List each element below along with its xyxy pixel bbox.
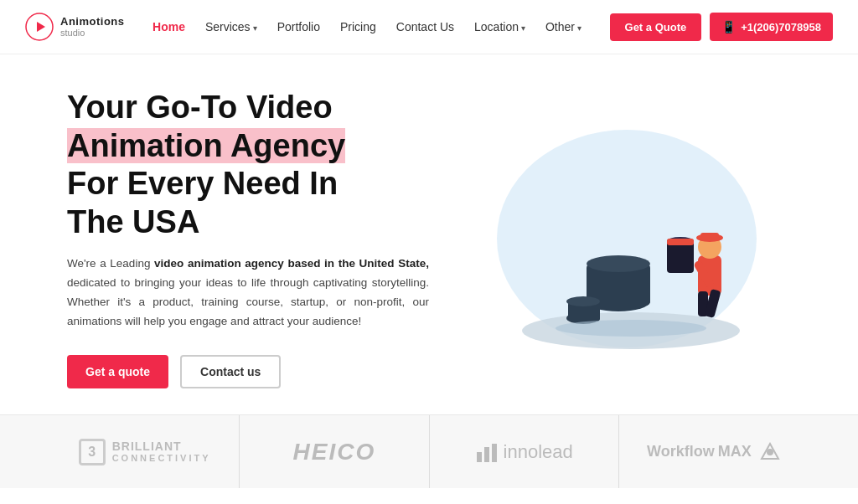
hero-description: We're a Leading video animation agency b… bbox=[67, 255, 429, 332]
brand-innolead: innolead bbox=[430, 415, 619, 488]
nav-item-services[interactable]: Services▾ bbox=[205, 19, 257, 34]
hero-title: Your Go-To Video Animation Agency For Ev… bbox=[67, 89, 429, 241]
hero-title-line3: For Every Need In bbox=[67, 166, 338, 201]
chevron-down-icon: ▾ bbox=[253, 23, 257, 33]
get-quote-button[interactable]: Get a Quote bbox=[610, 13, 702, 41]
nav-link-services[interactable]: Services bbox=[205, 20, 251, 33]
svg-rect-16 bbox=[700, 233, 719, 241]
nav-item-contact[interactable]: Contact Us bbox=[396, 19, 454, 34]
logo-icon bbox=[25, 13, 54, 41]
hero-title-line4: The USA bbox=[67, 204, 199, 239]
hero-desc-bold: video animation agency based in the Unit… bbox=[154, 257, 429, 270]
hero-content: Your Go-To Video Animation Agency For Ev… bbox=[67, 89, 429, 388]
svg-rect-23 bbox=[492, 444, 497, 462]
hero-contact-button[interactable]: Contact us bbox=[180, 355, 281, 388]
svg-rect-22 bbox=[484, 447, 489, 462]
brand-brilliant-connectivity: 3 BRILLIANT CONNECTIVITY bbox=[50, 415, 240, 488]
nav-link-other[interactable]: Other bbox=[545, 20, 575, 33]
nav-actions: Get a Quote 📱 +1(206)7078958 bbox=[610, 13, 833, 41]
brand-heico-text: HEICO bbox=[293, 439, 376, 465]
svg-point-10 bbox=[556, 320, 706, 337]
phone-button[interactable]: 📱 +1(206)7078958 bbox=[710, 13, 833, 41]
nav-links: Home Services▾ Portfolio Pricing Contact… bbox=[152, 19, 581, 34]
nav-link-location[interactable]: Location bbox=[474, 20, 519, 33]
hero-get-quote-button[interactable]: Get a quote bbox=[67, 355, 168, 388]
nav-item-portfolio[interactable]: Portfolio bbox=[277, 19, 320, 34]
nav-link-contact[interactable]: Contact Us bbox=[396, 20, 454, 33]
hero-title-line2: Animation Agency bbox=[67, 128, 345, 163]
svg-marker-1 bbox=[37, 22, 45, 32]
nav-item-pricing[interactable]: Pricing bbox=[340, 19, 376, 34]
brand-max-text: MAX bbox=[718, 443, 752, 460]
workflowmax-icon bbox=[760, 442, 780, 462]
whatsapp-icon: 📱 bbox=[721, 20, 736, 33]
svg-rect-21 bbox=[477, 452, 482, 462]
hero-buttons: Get a quote Contact us bbox=[67, 355, 429, 388]
logo[interactable]: Animotions studio bbox=[25, 13, 125, 41]
hero-section: Your Go-To Video Animation Agency For Ev… bbox=[0, 54, 858, 414]
svg-rect-20 bbox=[667, 239, 694, 245]
brand-name-top: Animotions bbox=[60, 16, 125, 28]
chevron-down-icon: ▾ bbox=[521, 23, 525, 33]
nav-link-home[interactable]: Home bbox=[152, 20, 185, 33]
hero-illustration bbox=[451, 109, 769, 368]
svg-point-6 bbox=[587, 255, 650, 272]
brands-bar: 3 BRILLIANT CONNECTIVITY HEICO innolead … bbox=[0, 414, 858, 488]
phone-number: +1(206)7078958 bbox=[741, 21, 821, 33]
brand-workflowmax: Workflow MAX bbox=[619, 415, 808, 488]
chevron-down-icon: ▾ bbox=[577, 23, 581, 33]
brand-brilliant-text: BRILLIANT bbox=[112, 440, 211, 453]
nav-item-home[interactable]: Home bbox=[152, 19, 185, 34]
navbar: Animotions studio Home Services▾ Portfol… bbox=[0, 0, 858, 54]
hero-desc-rest: dedicated to bringing your ideas to life… bbox=[67, 276, 429, 327]
innolead-icon bbox=[475, 440, 499, 464]
brand-name-bottom: studio bbox=[60, 28, 125, 38]
svg-point-9 bbox=[566, 296, 600, 306]
brand-heico: HEICO bbox=[240, 415, 429, 488]
hero-title-line1: Your Go-To Video bbox=[67, 90, 333, 125]
brand-innolead-text: innolead bbox=[504, 441, 573, 463]
svg-rect-18 bbox=[667, 241, 694, 273]
svg-point-25 bbox=[767, 449, 773, 455]
nav-link-portfolio[interactable]: Portfolio bbox=[277, 20, 320, 33]
nav-item-other[interactable]: Other▾ bbox=[545, 19, 581, 34]
brand-workflow-text: Workflow bbox=[647, 443, 715, 460]
hero-desc-plain: We're a Leading bbox=[67, 257, 154, 270]
hero-illustration-area bbox=[429, 109, 791, 368]
brand-connectivity-text: CONNECTIVITY bbox=[112, 453, 211, 463]
nav-item-location[interactable]: Location▾ bbox=[474, 19, 525, 34]
nav-link-pricing[interactable]: Pricing bbox=[340, 20, 376, 33]
logo-text: Animotions studio bbox=[60, 16, 125, 38]
